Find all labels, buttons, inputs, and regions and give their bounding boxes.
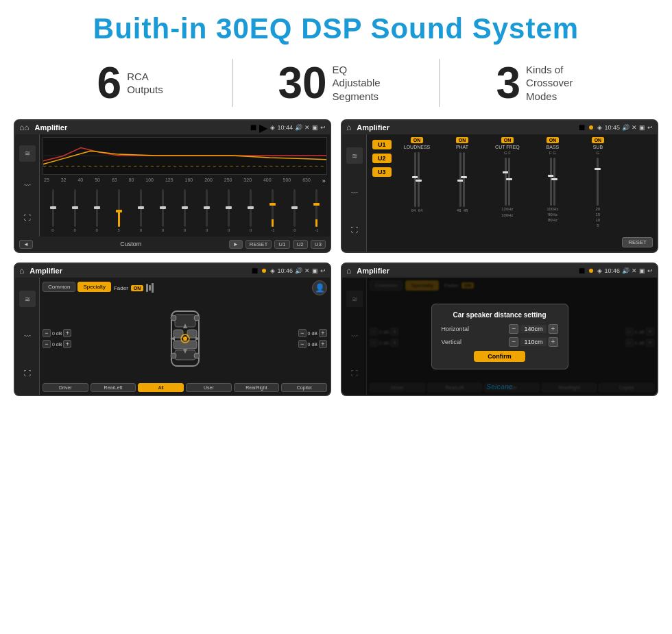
amp-right-time: 10:45 (604, 124, 620, 131)
horizontal-minus-btn[interactable]: − (509, 324, 518, 334)
sub-val4: 5 (597, 223, 599, 228)
eq-slider-9[interactable]: 0 (241, 189, 261, 232)
amp-right-pin: ◈ (597, 124, 602, 131)
eq-slider-1[interactable]: 0 (64, 189, 85, 232)
stat-eq: 30 EQ AdjustableSegments (240, 61, 431, 105)
home-icon-4[interactable]: ⌂ (346, 266, 351, 276)
wave-icon-2[interactable]: 〰 (346, 184, 363, 201)
phat-slider-2[interactable] (463, 152, 465, 207)
eq-sq-icon: ▣ (312, 124, 318, 131)
loudness-slider-2[interactable] (418, 152, 420, 207)
eq-icon-2[interactable]: ≋ (346, 147, 363, 164)
amp-right-content: ≋ 〰 ⛶ U1 U2 U3 ON (342, 134, 657, 252)
u1-btn[interactable]: U1 (372, 140, 392, 149)
loudness-val: 64 64 (411, 208, 423, 212)
rr-minus-btn[interactable]: − (298, 340, 307, 348)
bass-fg: F G (549, 151, 556, 155)
cutfreq-slider-1[interactable] (505, 158, 507, 206)
rl-plus-btn[interactable]: + (63, 340, 71, 348)
eq-u3-btn[interactable]: U3 (311, 240, 326, 249)
db-row-rr: − 0 dB + (298, 340, 327, 348)
on-badge-sub: ON (592, 137, 605, 143)
fr-db-value: 0 dB (308, 331, 317, 336)
channel-phat: ON PHAT 48 48 (441, 137, 483, 212)
eq-x-icon: ✕ (304, 124, 310, 131)
fl-plus-btn[interactable]: + (63, 329, 71, 337)
eq-back-icon: ↩ (320, 124, 326, 131)
vertical-plus-btn[interactable]: + (549, 337, 558, 347)
eq-slider-12[interactable]: -1 (307, 189, 327, 232)
eq-u2-btn[interactable]: U2 (293, 240, 308, 249)
sp-user-btn[interactable]: User (186, 383, 232, 392)
channel-bass: ON BASS F G 100Hz (531, 137, 573, 222)
speaker-tabs: Common Specialty (43, 282, 111, 292)
wave-icon[interactable]: 〰 (19, 178, 36, 194)
rr-plus-btn[interactable]: + (319, 340, 327, 348)
expand-icon[interactable]: ⛶ (19, 210, 36, 226)
sp-rearright-btn[interactable]: RearRight (234, 383, 280, 392)
confirm-button[interactable]: Confirm (474, 351, 525, 362)
amp-reset-btn[interactable]: RESET (622, 237, 653, 247)
expand-icon-2[interactable]: ⛶ (346, 222, 363, 239)
speaker-sq: ▣ (312, 267, 318, 274)
dialog-back: ↩ (647, 267, 653, 274)
sp-driver-btn[interactable]: Driver (43, 383, 88, 392)
eq-slider-6[interactable]: 0 (174, 189, 195, 232)
eq-slider-2[interactable]: 0 (86, 189, 107, 232)
vertical-minus-btn[interactable]: − (509, 337, 518, 347)
db-row-fl: − 0 dB + (43, 329, 71, 337)
eq-slider-10[interactable]: -1 (263, 189, 283, 232)
eq-play-btn[interactable]: ► (229, 240, 243, 249)
fr-plus-btn[interactable]: + (319, 329, 327, 337)
amp-right-sidebar: ≋ 〰 ⛶ (342, 134, 367, 252)
phat-slider-1[interactable] (459, 152, 461, 207)
modal-confirm-area: Confirm (442, 351, 558, 362)
eq-slider-3[interactable]: 5 (108, 189, 129, 232)
sp-all-btn[interactable]: All (138, 383, 184, 392)
sp-tab-common[interactable]: Common (43, 282, 75, 292)
eq-slider-11[interactable]: 0 (285, 189, 305, 232)
bass-slider-1[interactable] (550, 158, 552, 206)
eq-icon-3[interactable]: ≋ (19, 291, 36, 307)
sp-rearleft-btn[interactable]: RearLeft (91, 383, 136, 392)
sub-slider-1[interactable] (597, 158, 599, 206)
eq-reset-btn[interactable]: RESET (245, 240, 272, 249)
header: Buith-in 30EQ DSP Sound System (93, 0, 579, 52)
sub-label: SUB (593, 145, 603, 149)
sp-copilot-btn[interactable]: Copilot (281, 383, 327, 392)
stat-divider-2 (439, 59, 440, 107)
rl-minus-btn[interactable]: − (43, 340, 51, 348)
eq-play-icon: ▶ (259, 121, 267, 134)
eq-slider-8[interactable]: 0 (219, 189, 239, 232)
dialog-vol: 🔊 (622, 267, 629, 274)
eq-prev-btn[interactable]: ◄ (19, 240, 33, 249)
sub-sliders (597, 158, 599, 206)
eq-u1-btn[interactable]: U1 (274, 240, 289, 249)
u2-btn[interactable]: U2 (372, 154, 392, 163)
wave-icon-3[interactable]: 〰 (19, 328, 36, 344)
svg-rect-8 (173, 341, 197, 349)
stats-row: 6 RCAOutputs 30 EQ AdjustableSegments 3 … (34, 52, 638, 119)
home-icon-3[interactable]: ⌂ (19, 266, 24, 276)
horizontal-plus-btn[interactable]: + (549, 324, 558, 334)
u3-btn[interactable]: U3 (372, 167, 392, 177)
eq-slider-4[interactable]: 0 (130, 189, 151, 232)
amp-right-back: ↩ (647, 124, 653, 131)
eq-slider-0[interactable]: 0 (43, 189, 63, 232)
fr-minus-btn[interactable]: − (298, 329, 307, 337)
amp-right-vol: 🔊 (622, 124, 629, 131)
fl-minus-btn[interactable]: − (43, 329, 51, 337)
cutfreq-slider-2[interactable] (508, 158, 510, 206)
home-icon-2[interactable]: ⌂ (346, 123, 351, 132)
home-icon[interactable]: ⌂ (19, 123, 29, 132)
expand-icon-3[interactable]: ⛶ (19, 365, 36, 382)
sp-tab-specialty[interactable]: Specialty (77, 282, 110, 292)
eq-slider-7[interactable]: 0 (197, 189, 217, 232)
stat-eq-number: 30 (278, 61, 326, 105)
eq-slider-5[interactable]: 0 (152, 189, 173, 232)
eq-icon[interactable]: ≋ (19, 145, 36, 162)
cutfreq-label: CUT FREQ (495, 145, 520, 149)
bass-slider-2[interactable] (553, 158, 555, 206)
svg-point-18 (194, 353, 200, 358)
user-icon: 👤 (315, 283, 325, 293)
